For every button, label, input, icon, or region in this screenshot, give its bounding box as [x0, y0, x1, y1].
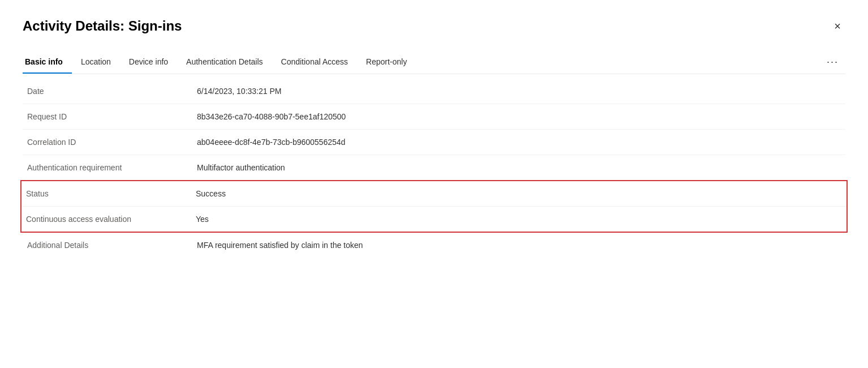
activity-details-panel: Activity Details: Sign-ins × Basic info …	[0, 0, 868, 368]
panel-title: Activity Details: Sign-ins	[23, 18, 182, 35]
tab-basic-info[interactable]: Basic info	[23, 51, 72, 74]
tab-bar: Basic info Location Device info Authenti…	[23, 50, 845, 74]
field-value: Yes	[196, 215, 842, 224]
field-value: 8b343e26-ca70-4088-90b7-5ee1af120500	[197, 112, 841, 121]
tab-more-button[interactable]: ···	[820, 50, 845, 74]
tab-conditional-access[interactable]: Conditional Access	[272, 51, 357, 74]
highlighted-field-row: Continuous access evaluation Yes	[22, 207, 846, 232]
field-label: Continuous access evaluation	[26, 215, 196, 224]
field-value: MFA requirement satisfied by claim in th…	[197, 241, 841, 250]
close-button[interactable]: ×	[830, 18, 845, 34]
field-value: Success	[196, 189, 842, 198]
normal-rows-bottom: Additional Details MFA requirement satis…	[23, 233, 845, 258]
field-value: 6/14/2023, 10:33:21 PM	[197, 87, 841, 96]
highlighted-section: Status Success Continuous access evaluat…	[20, 180, 848, 233]
field-label: Authentication requirement	[27, 163, 197, 172]
field-row: Additional Details MFA requirement satis…	[23, 233, 845, 258]
field-row: Request ID 8b343e26-ca70-4088-90b7-5ee1a…	[23, 104, 845, 130]
tab-content: Date 6/14/2023, 10:33:21 PM Request ID 8…	[23, 74, 845, 258]
tab-location[interactable]: Location	[72, 51, 120, 74]
field-value: ab04eeee-dc8f-4e7b-73cb-b9600556254d	[197, 138, 841, 147]
field-row: Authentication requirement Multifactor a…	[23, 155, 845, 180]
field-row: Correlation ID ab04eeee-dc8f-4e7b-73cb-b…	[23, 130, 845, 155]
tab-authentication-details[interactable]: Authentication Details	[177, 51, 272, 74]
field-row: Date 6/14/2023, 10:33:21 PM	[23, 79, 845, 104]
field-label: Correlation ID	[27, 138, 197, 147]
tab-report-only[interactable]: Report-only	[357, 51, 416, 74]
highlighted-field-row: Status Success	[22, 181, 846, 207]
field-label: Date	[27, 87, 197, 96]
field-label: Status	[26, 189, 196, 198]
field-label: Additional Details	[27, 241, 197, 250]
field-label: Request ID	[27, 112, 197, 121]
normal-rows-top: Date 6/14/2023, 10:33:21 PM Request ID 8…	[23, 79, 845, 180]
field-value: Multifactor authentication	[197, 163, 841, 172]
panel-header: Activity Details: Sign-ins ×	[23, 18, 845, 35]
tab-device-info[interactable]: Device info	[120, 51, 177, 74]
